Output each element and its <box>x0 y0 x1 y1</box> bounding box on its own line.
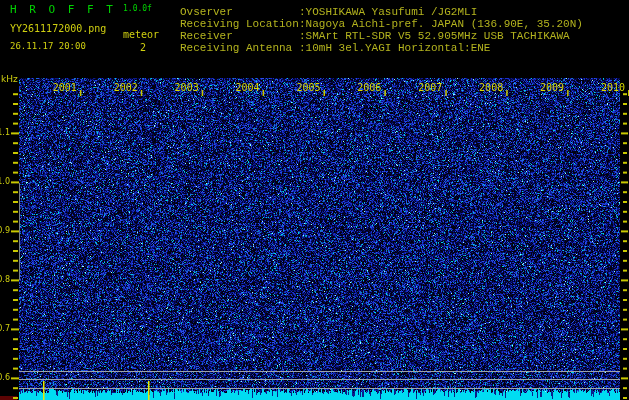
app-version: 1.0.0f <box>123 5 152 14</box>
spectrogram-canvas <box>0 0 629 400</box>
freq-tick-label: 0.9 <box>0 226 10 235</box>
time-label: 2007 <box>398 83 442 93</box>
station-value: :YOSHIKAWA Yasufumi /JG2MLI <box>299 6 477 18</box>
freq-tick-label: 0.7 <box>0 324 10 333</box>
time-label: 2001 <box>33 83 77 93</box>
station-label: Receiver <box>180 30 299 42</box>
output-filename: YY2611172000.png <box>10 23 106 34</box>
station-label: Receiving Location <box>180 18 299 30</box>
station-line: Receiver:SMArt RTL-SDR V5 52.905MHz USB … <box>180 30 570 42</box>
time-label: 2009 <box>520 83 564 93</box>
station-line: Ovserver:YOSHIKAWA Yasufumi /JG2MLI <box>180 6 477 18</box>
time-label: 2004 <box>216 83 260 93</box>
station-line: Receiving Antenna:10mH 3el.YAGI Horizont… <box>180 42 490 54</box>
time-label: 2005 <box>277 83 321 93</box>
app-title: H R O F F T <box>10 4 116 16</box>
freq-tick-label: 0.6 <box>0 373 10 382</box>
time-label: 2008 <box>459 83 503 93</box>
time-label: 2010 <box>581 83 625 93</box>
freq-tick-label: 1.1 <box>0 128 10 137</box>
meteor-count: 2 <box>140 42 146 53</box>
station-line: Receiving Location:Nagoya Aichi-pref. JA… <box>180 18 583 30</box>
time-label: 2002 <box>94 83 138 93</box>
station-info: Ovserver:YOSHIKAWA Yasufumi /JG2MLI Rece… <box>180 6 206 79</box>
station-label: Ovserver <box>180 6 299 18</box>
freq-tick-label: 0.8 <box>0 275 10 284</box>
timestamp: 26.11.17 20:00 <box>10 42 86 52</box>
hrofft-window: H R O F F T 1.0.0f YY2611172000.png mete… <box>0 0 629 400</box>
station-label: Receiving Antenna <box>180 42 299 54</box>
freq-tick-label: 1.0 <box>0 177 10 186</box>
mode-label: meteor <box>123 29 159 40</box>
freq-axis-unit-label: kHz <box>1 75 18 85</box>
time-label: 2006 <box>337 83 381 93</box>
station-value: :Nagoya Aichi-pref. JAPAN (136.90E, 35.2… <box>299 18 583 30</box>
station-value: :SMArt RTL-SDR V5 52.905MHz USB TACHIKAW… <box>299 30 570 42</box>
time-label: 2003 <box>155 83 199 93</box>
station-value: :10mH 3el.YAGI Horizontal:ENE <box>299 42 490 54</box>
